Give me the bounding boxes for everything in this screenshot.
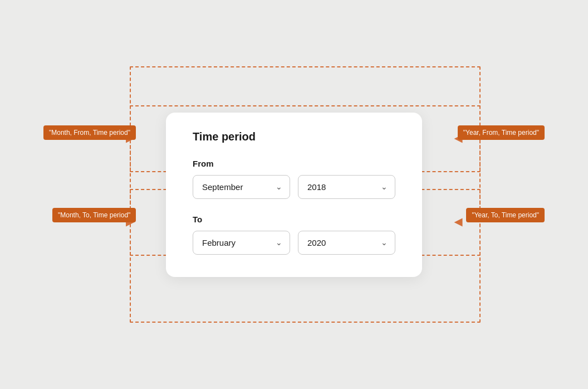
to-year-wrapper: 2015201620172018201920202021202220232024… <box>298 231 395 255</box>
from-year-select[interactable]: 2015201620172018201920202021202220232024 <box>298 175 395 199</box>
from-year-wrapper: 2015201620172018201920202021202220232024… <box>298 175 395 199</box>
to-section: To JanuaryFebruaryMarchAprilMayJuneJulyA… <box>193 215 395 255</box>
from-section: From JanuaryFebruaryMarchAprilMayJuneJul… <box>193 159 395 199</box>
badge-month-to: "Month, To, Time period" <box>52 208 136 222</box>
from-month-select[interactable]: JanuaryFebruaryMarchAprilMayJuneJulyAugu… <box>193 175 290 199</box>
arrow-right-to: ◀ <box>454 216 462 228</box>
badge-month-from: "Month, From, Time period" <box>43 125 136 140</box>
from-row: JanuaryFebruaryMarchAprilMayJuneJulyAugu… <box>193 175 395 199</box>
badge-year-to: "Year, To, Time period" <box>466 208 545 222</box>
time-period-card: Time period From JanuaryFebruaryMarchApr… <box>166 113 422 277</box>
to-row: JanuaryFebruaryMarchAprilMayJuneJulyAugu… <box>193 231 395 255</box>
to-month-wrapper: JanuaryFebruaryMarchAprilMayJuneJulyAugu… <box>193 231 290 255</box>
from-label: From <box>193 159 395 168</box>
card-title: Time period <box>193 130 395 143</box>
to-year-select[interactable]: 2015201620172018201920202021202220232024 <box>298 231 395 255</box>
to-month-select[interactable]: JanuaryFebruaryMarchAprilMayJuneJulyAugu… <box>193 231 290 255</box>
to-label: To <box>193 215 395 224</box>
badge-year-from: "Year, From, Time period" <box>458 125 545 140</box>
from-month-wrapper: JanuaryFebruaryMarchAprilMayJuneJulyAugu… <box>193 175 290 199</box>
